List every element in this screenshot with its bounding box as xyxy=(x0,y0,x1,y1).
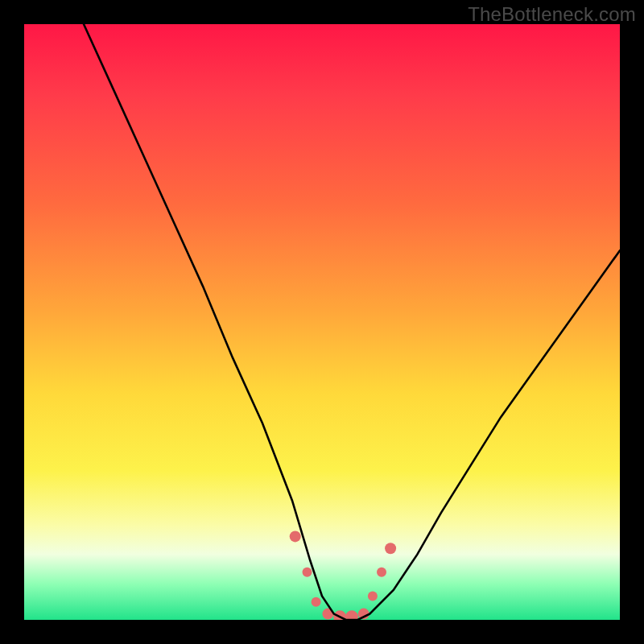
chart-svg xyxy=(24,24,620,620)
chart-frame: TheBottleneck.com xyxy=(0,0,644,644)
highlight-dot xyxy=(385,543,396,554)
plot-area xyxy=(24,24,620,620)
highlight-dot xyxy=(345,610,358,620)
highlight-dot xyxy=(312,597,321,607)
highlight-dot xyxy=(368,591,378,601)
highlight-dot xyxy=(290,530,301,542)
highlight-dot xyxy=(377,568,386,577)
highlight-dot xyxy=(303,568,312,577)
bottleneck-curve xyxy=(84,24,620,620)
watermark-text: TheBottleneck.com xyxy=(468,3,636,26)
